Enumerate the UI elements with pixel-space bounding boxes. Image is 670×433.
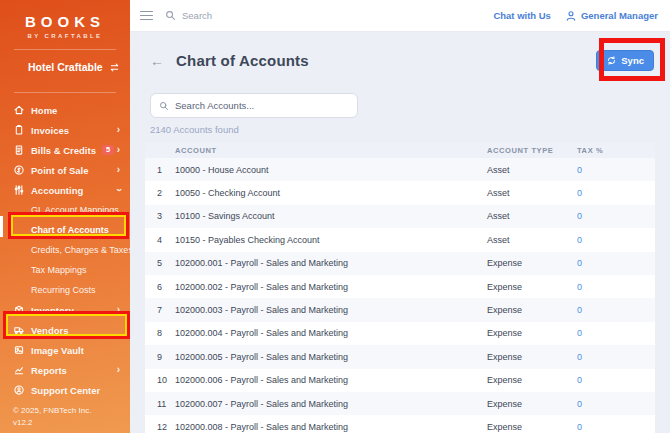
row-number: 10 [145,375,175,385]
sidebar-item-image-vault[interactable]: Image Vault [0,340,130,360]
row-number: 8 [145,328,175,338]
sync-button[interactable]: Sync [596,50,654,71]
sidebar-item-credits-charges-taxes[interactable]: Credits, Charges & Taxes [0,240,130,260]
table-row[interactable]: 110000 - House AccountAsset0 [145,158,655,181]
account-type: Asset [487,188,577,198]
account-name: 102000.007 - Payroll - Sales and Marketi… [175,399,487,409]
table-row[interactable]: 210050 - Checking AccountAsset0 [145,181,655,204]
user-menu[interactable]: General Manager [565,10,658,22]
account-name: 102000.001 - Payroll - Sales and Marketi… [175,258,487,268]
chat-with-us-link[interactable]: Chat with Us [493,10,551,21]
sidebar-item-recurring-costs[interactable]: Recurring Costs [0,280,130,300]
property-name: Hotel Craftable [28,61,103,73]
sidebar-item-home[interactable]: Home [0,100,130,120]
sync-icon [606,55,617,66]
table-row[interactable]: 10102000.006 - Payroll - Sales and Marke… [145,369,655,392]
tax-value-link[interactable]: 0 [577,375,655,385]
tax-value-link[interactable]: 0 [577,235,655,245]
sidebar-item-chart-of-accounts[interactable]: Chart of Accounts [0,220,130,240]
sidebar-item-point-of-sale[interactable]: Point of Sale› [0,160,130,180]
accounting-icon [13,184,25,196]
results-count: 2140 Accounts found [150,124,654,135]
sidebar-item-gl-account-mappings[interactable]: GL Account Mappings [0,200,130,220]
sidebar-item-label: Home [31,105,57,116]
accounts-search-input[interactable] [175,100,349,111]
topbar: Chat with Us General Manager [130,0,670,32]
accounts-table: ACCOUNT ACCOUNT TYPE TAX % 110000 - Hous… [145,143,655,433]
sidebar-item-label: Support Center [31,385,100,396]
tax-value-link[interactable]: 0 [577,305,655,315]
sidebar-item-accounting[interactable]: Accounting› [0,180,130,200]
tax-value-link[interactable]: 0 [577,399,655,409]
tax-value-link[interactable]: 0 [577,211,655,221]
vendors-icon [13,324,25,336]
row-number: 7 [145,305,175,315]
sidebar-item-bills-credits[interactable]: Bills & Credits5› [0,140,130,160]
brand-title: BOOKS [0,13,130,30]
table-row[interactable]: 11102000.007 - Payroll - Sales and Marke… [145,392,655,415]
tax-value-link[interactable]: 0 [577,328,655,338]
user-icon [565,10,577,22]
row-number: 9 [145,352,175,362]
sync-button-label: Sync [621,55,644,66]
hamburger-menu-icon[interactable] [140,11,153,21]
sidebar-item-label: Point of Sale [31,165,89,176]
support-center-icon [13,384,25,396]
main-content: ← Chart of Accounts Sync [130,32,670,433]
sidebar-item-invoices[interactable]: Invoices› [0,120,130,140]
row-number: 6 [145,282,175,292]
sidebar-item-label: Vendors [31,325,69,336]
reports-icon [13,364,25,376]
col-account: ACCOUNT [175,146,487,155]
row-number: 2 [145,188,175,198]
accounts-search[interactable] [150,93,358,118]
tax-value-link[interactable]: 0 [577,352,655,362]
table-row[interactable]: 5102000.001 - Payroll - Sales and Market… [145,252,655,275]
row-number: 4 [145,235,175,245]
chevron-right-icon: › [117,165,120,175]
search-icon [159,101,169,111]
table-row[interactable]: 410150 - Payables Checking AccountAsset0 [145,228,655,251]
bills-credits-icon [13,144,25,156]
row-number: 5 [145,258,175,268]
active-item-indicator [0,216,3,237]
sidebar-item-vendors[interactable]: Vendors [0,320,130,340]
account-name: 102000.003 - Payroll - Sales and Marketi… [175,305,487,315]
table-row[interactable]: 8102000.004 - Payroll - Sales and Market… [145,322,655,345]
tax-value-link[interactable]: 0 [577,165,655,175]
table-row[interactable]: 9102000.005 - Payroll - Sales and Market… [145,345,655,368]
account-type: Asset [487,235,577,245]
brand-subtitle: BY CRAFTABLE [0,33,130,39]
sidebar-item-reports[interactable]: Reports› [0,360,130,380]
sidebar-item-support-center[interactable]: Support Center [0,380,130,400]
sidebar: BOOKS BY CRAFTABLE Hotel Craftable HomeI… [0,0,130,433]
sidebar-item-label: GL Account Mappings [31,205,119,215]
account-name: 102000.004 - Payroll - Sales and Marketi… [175,328,487,338]
property-switcher[interactable]: Hotel Craftable [0,52,130,82]
search-icon [165,10,176,21]
sidebar-footer: © 2025, FNBTech Inc. v12.2 [13,405,91,429]
account-type: Expense [487,328,577,338]
tax-value-link[interactable]: 0 [577,282,655,292]
tax-value-link[interactable]: 0 [577,422,655,432]
global-search[interactable] [165,10,493,21]
sidebar-item-label: Accounting [31,185,83,196]
image-vault-icon [13,344,25,356]
account-name: 10050 - Checking Account [175,188,487,198]
sidebar-item-inventory[interactable]: Inventory› [0,300,130,320]
tax-value-link[interactable]: 0 [577,188,655,198]
badge-count: 5 [102,145,114,155]
global-search-input[interactable] [182,10,382,21]
tax-value-link[interactable]: 0 [577,258,655,268]
account-type: Expense [487,282,577,292]
sidebar-item-tax-mappings[interactable]: Tax Mappings [0,260,130,280]
back-arrow-icon[interactable]: ← [150,54,164,68]
table-row[interactable]: 7102000.003 - Payroll - Sales and Market… [145,298,655,321]
table-row[interactable]: 12102000.008 - Payroll - Sales and Marke… [145,415,655,433]
account-type: Expense [487,258,577,268]
sidebar-divider [14,92,116,93]
table-row[interactable]: 310100 - Savings AccountAsset0 [145,205,655,228]
sidebar-item-label: Inventory [31,305,74,316]
table-row[interactable]: 6102000.002 - Payroll - Sales and Market… [145,275,655,298]
chevron-down-icon: › [113,188,123,191]
